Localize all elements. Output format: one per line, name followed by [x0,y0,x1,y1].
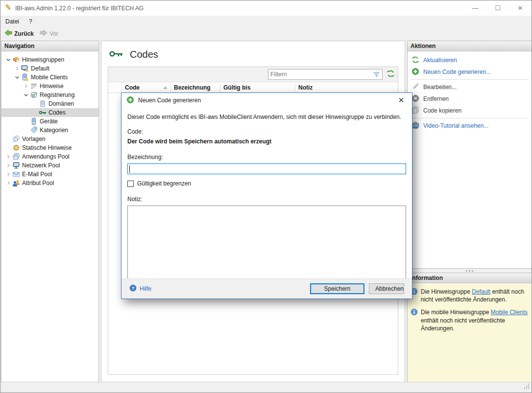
dialog-close-button[interactable]: ✕ [395,96,407,105]
refresh-icon[interactable] [387,69,395,79]
chevron-spacer [4,136,12,142]
notiz-label: Notiz: [127,196,406,203]
tree-item-netzwerk-pool[interactable]: Netzwerk Pool [1,161,98,170]
attribute-users-icon [12,179,20,187]
column-notiz[interactable]: Notiz [295,82,398,92]
cancel-button[interactable]: Abbrechen [369,283,404,294]
info-text: Die mobile Hinweisgruppe [421,309,491,316]
tree-item-statische-hinweise[interactable]: Statische Hinweise [1,143,98,152]
tree-item-hinweisgruppen[interactable]: Hinweisgruppen [1,55,98,64]
tree-label: Default [31,65,49,72]
status-bar [0,382,532,393]
dialog-description: Dieser Code ermöglicht es IBI-aws Mobile… [127,114,406,120]
bezeichnung-input[interactable] [127,163,406,174]
registration-icon [30,91,38,99]
forward-arrow-icon [40,29,48,38]
separator [411,79,529,80]
info-link-mobile-clients[interactable]: Mobile Clients [491,309,528,316]
chevron-down-icon[interactable] [22,92,30,98]
help-label: Hilfe [140,285,151,292]
column-gueltig-bis[interactable]: Gültig bis [220,82,295,92]
chevron-spacer [31,100,39,107]
tree-label: Anwendungs Pool [22,153,70,160]
applications-icon [12,153,20,161]
information-panel: Information Die Hinweisgruppe Default en… [407,273,532,382]
action-neuen-code-generieren[interactable]: Neuen Code generieren... [408,66,532,78]
panel-splitter[interactable] [407,269,532,273]
chevron-spacer [22,118,30,125]
chevron-spacer [22,127,30,134]
tree-label: Netzwerk Pool [22,162,60,169]
notice-groups-icon [12,56,20,64]
add-icon [411,68,419,77]
tree-item-vorlagen[interactable]: Vorlagen [1,135,98,143]
filter-field[interactable] [268,69,383,80]
close-button[interactable]: ✕ [509,0,532,16]
key-icon [39,109,47,116]
action-video-tutorial[interactable]: Video-Tutorial ansehen... [408,120,532,132]
chevron-right-icon[interactable] [13,65,21,72]
info-link-default[interactable]: Default [472,288,490,295]
devices-icon [30,117,38,125]
chevron-right-icon[interactable] [4,162,12,169]
tree-label: Geräte [40,118,58,125]
info-text: Die Hinweisgruppe [421,288,472,295]
help-link[interactable]: ? Hilfe [129,284,151,293]
maximize-button[interactable]: ☐ [486,0,509,16]
tree-item-hinweise[interactable]: Hinweise [1,82,98,91]
tree-item-default[interactable]: Default [1,64,98,73]
notices-icon [30,82,38,90]
action-entfernen[interactable]: Entfernen [408,93,532,105]
tree-item-domaenen[interactable]: Domänen [1,99,98,108]
column-code[interactable]: Code [122,82,171,92]
action-label: Video-Tutorial ansehen... [423,122,488,129]
tree-item-anwendungs-pool[interactable]: Anwendungs Pool [1,152,98,161]
minimize-button[interactable]: — [464,0,486,16]
tree-label: Kategorien [40,127,68,134]
text-caret [129,165,130,173]
save-button[interactable]: Speichern [310,283,364,294]
chevron-down-icon[interactable] [4,56,12,63]
tree-item-email-pool[interactable]: E-Mail Pool [1,170,98,179]
tree-item-registrierung[interactable]: Registrierung [1,91,98,99]
remove-icon [411,94,419,104]
tree-item-attribut-pool[interactable]: Attribut Pool [1,179,98,187]
tree-item-mobile-clients[interactable]: Mobile Clients [1,73,98,82]
chevron-right-icon[interactable] [4,171,12,178]
tree-item-geraete[interactable]: Geräte [1,117,98,126]
code-auto-value: Der Code wird beim Speichern automatisch… [127,138,406,145]
back-arrow-icon [4,29,12,38]
info-item-mobile-clients: Die mobile Hinweisgruppe Mobile Clients … [411,308,529,332]
column-stub[interactable] [108,82,122,92]
bezeichnung-label: Bezeichnung: [127,154,406,161]
action-label: Entfernen [423,95,449,102]
menu-help[interactable]: ? [24,16,37,27]
action-code-kopieren[interactable]: Code kopieren [408,105,532,116]
navigation-tree: Hinweisgruppen Default Mobile Clients Hi… [1,51,98,187]
gueltigkeit-checkbox[interactable] [127,181,134,187]
tree-item-codes[interactable]: Codes [1,108,98,117]
forward-button[interactable]: Vor [39,28,61,39]
network-icon [12,162,20,169]
menu-datei[interactable]: Datei [0,16,24,27]
mobile-warning-icon [21,73,29,81]
resize-grip-icon[interactable] [524,383,530,391]
chevron-right-icon[interactable] [4,153,12,160]
static-notices-icon [12,144,20,152]
chevron-down-icon[interactable] [13,74,21,81]
notiz-textarea[interactable] [127,206,406,284]
chevron-right-icon[interactable] [4,180,12,186]
key-icon [109,49,124,60]
info-item-default: Die Hinweisgruppe Default enthält noch n… [411,288,529,303]
action-aktualisieren[interactable]: Aktualisieren [408,54,532,66]
back-label: Zurück [14,30,34,37]
tree-item-kategorien[interactable]: Kategorien [1,126,98,135]
navigation-header: Navigation [1,41,98,51]
chevron-right-icon[interactable] [22,83,30,90]
filter-input[interactable] [268,71,366,78]
action-bearbeiten[interactable]: Bearbeiten... [408,81,532,93]
email-icon [12,170,20,178]
back-button[interactable]: Zurück [3,28,37,39]
column-bezeichnung[interactable]: Bezeichnung [171,82,220,92]
pencil-icon [411,83,419,92]
